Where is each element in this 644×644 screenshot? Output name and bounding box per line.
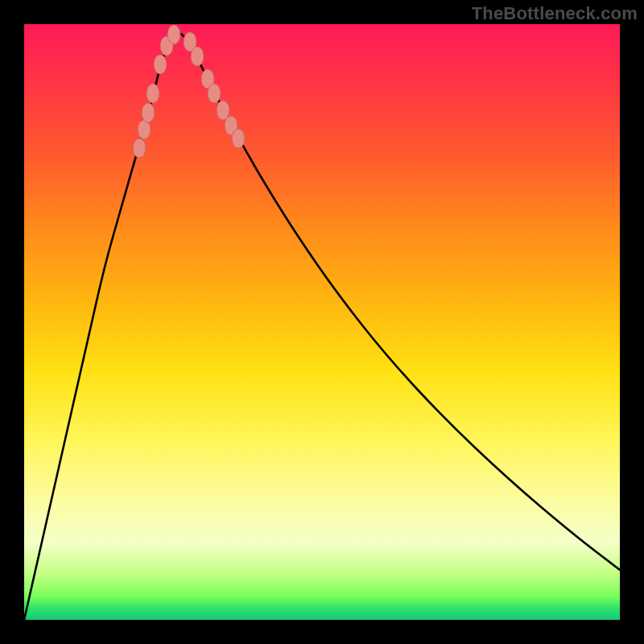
bead-marker xyxy=(232,129,245,148)
bottleneck-curve-path xyxy=(24,34,620,621)
bead-marker xyxy=(167,25,180,44)
bead-marker xyxy=(191,47,204,66)
bead-marker xyxy=(138,120,151,139)
beads-right xyxy=(184,32,245,148)
plot-area xyxy=(24,24,620,620)
bead-marker xyxy=(133,138,146,158)
beads-left xyxy=(133,25,180,158)
bead-marker xyxy=(142,103,155,122)
chart-frame: TheBottleneck.com xyxy=(0,0,644,644)
bead-marker xyxy=(154,55,167,74)
bead-marker xyxy=(208,84,221,103)
bottleneck-curve-svg xyxy=(24,24,620,620)
watermark-label: TheBottleneck.com xyxy=(472,3,638,24)
bead-marker xyxy=(147,84,159,103)
